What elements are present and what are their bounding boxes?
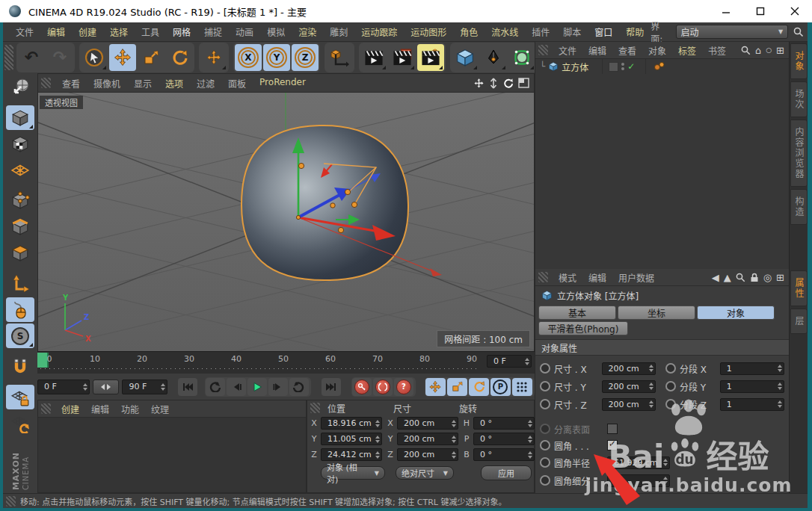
timeline-ruler[interactable]: 0102030405060708090 0 F	[37, 351, 535, 374]
size-field[interactable]: 200 cm	[602, 398, 656, 411]
end-frame-field[interactable]: 90 F	[122, 380, 167, 394]
toolbar-grip[interactable]	[4, 45, 13, 70]
spinner[interactable]	[649, 383, 653, 390]
play-button[interactable]	[247, 378, 267, 396]
menu-item[interactable]: 书签	[702, 44, 732, 57]
spinner[interactable]	[161, 383, 165, 391]
autokey-button[interactable]	[373, 378, 393, 396]
menu-item[interactable]: 角色	[453, 25, 485, 38]
workplane-mode-button[interactable]	[6, 158, 34, 182]
menu-item[interactable]: 流水线	[485, 25, 525, 38]
add-panel-icon[interactable]: ⊞	[776, 45, 784, 56]
render-settings-button[interactable]	[417, 44, 444, 71]
search-icon[interactable]	[793, 27, 803, 37]
texture-mode-button[interactable]	[6, 131, 34, 156]
segments-field[interactable]: 1	[720, 398, 784, 411]
spinner[interactable]	[663, 459, 668, 466]
add-cube-button[interactable]	[452, 44, 479, 71]
menu-item[interactable]: 过滤	[190, 77, 221, 90]
tab-phong[interactable]: 平滑着色(Phong)	[538, 321, 628, 335]
panel-grip[interactable]	[6, 496, 16, 507]
side-tab[interactable]: 场次	[790, 81, 808, 117]
rotation-field[interactable]: 0 °	[473, 417, 535, 430]
menu-item[interactable]: 雕刻	[323, 25, 354, 38]
key-scale-toggle[interactable]	[447, 378, 467, 396]
key-position-toggle[interactable]	[425, 378, 446, 396]
side-tab[interactable]: 对象	[790, 43, 808, 79]
panel-grip[interactable]	[538, 45, 548, 55]
layer-swatch[interactable]	[609, 62, 618, 72]
position-field[interactable]: 24.412 cm	[321, 448, 382, 461]
size-field[interactable]: 200 cm	[602, 380, 656, 393]
menu-item[interactable]: 帮助	[619, 25, 650, 38]
coordinate-mode-dropdown[interactable]: 对象 (相对)▼	[321, 466, 385, 480]
position-field[interactable]: 18.916 cm	[321, 417, 382, 430]
coordinate-system-button[interactable]	[326, 44, 353, 71]
spinner[interactable]	[452, 420, 456, 427]
key-pla-toggle[interactable]	[512, 378, 532, 396]
menu-item[interactable]: 面板	[221, 77, 253, 90]
key-parameter-toggle[interactable]: P	[490, 378, 511, 396]
menu-item[interactable]: 创建	[72, 25, 103, 38]
range-widget[interactable]	[93, 380, 120, 394]
menu-item[interactable]: 编辑	[582, 271, 612, 284]
spinner[interactable]	[452, 436, 456, 443]
workplane-rotate-button[interactable]	[6, 411, 34, 436]
menu-item[interactable]: 网格	[166, 25, 197, 38]
menu-item[interactable]: 运动图形	[404, 25, 453, 38]
menu-item[interactable]: 标签	[672, 44, 702, 57]
menu-item[interactable]: 纹理	[145, 403, 175, 415]
axis-lock-button[interactable]: Z	[292, 44, 319, 71]
keyframe-radio[interactable]	[540, 363, 550, 374]
spinner[interactable]	[663, 477, 668, 484]
spinner[interactable]	[528, 420, 532, 427]
menu-item[interactable]: 编辑	[85, 403, 115, 415]
current-frame-field[interactable]: 0 F	[37, 380, 90, 394]
menu-item[interactable]: 摄像机	[87, 77, 127, 90]
lock-icon[interactable]	[750, 273, 759, 282]
size-field[interactable]: 200 cm	[397, 417, 458, 430]
render-view-button[interactable]	[360, 44, 387, 71]
segments-field[interactable]: 1	[720, 380, 784, 393]
goto-end-button[interactable]	[322, 378, 341, 396]
panel-grip[interactable]	[41, 403, 51, 414]
up-icon[interactable]: ▲	[724, 272, 731, 283]
keyframe-radio[interactable]	[540, 381, 550, 391]
size-field[interactable]: 200 cm	[397, 433, 458, 445]
spinner[interactable]	[83, 383, 87, 391]
menu-item[interactable]: 渲染	[292, 25, 323, 38]
viewport-solo-button[interactable]	[6, 297, 34, 322]
redo-button[interactable]: ↷	[46, 44, 73, 71]
side-tab[interactable]: 构造	[790, 189, 808, 225]
visibility-dots[interactable]	[621, 63, 624, 70]
workplane-lock-button[interactable]	[6, 385, 34, 409]
keyframe-radio[interactable]	[540, 457, 550, 468]
snap-magnet-button[interactable]	[6, 354, 34, 379]
live-selection-button[interactable]	[81, 44, 108, 71]
keyframe-radio[interactable]	[540, 475, 550, 486]
menu-item[interactable]: 捕捉	[197, 25, 229, 38]
menu-item[interactable]: 功能	[115, 403, 145, 415]
menu-item[interactable]: 工具	[135, 25, 166, 38]
ruler-frame-field[interactable]: 0 F	[487, 355, 532, 368]
menu-item[interactable]: 模式	[553, 271, 582, 284]
attribute-tab[interactable]: 对象	[697, 306, 775, 320]
side-tab[interactable]: 属性	[790, 270, 808, 306]
menu-item[interactable]: 插件	[525, 25, 556, 38]
rotate-tool-button[interactable]	[166, 44, 193, 71]
subdivision-surface-button[interactable]	[508, 44, 535, 71]
viewport-scene[interactable]: Y Z X	[38, 93, 534, 351]
menu-item[interactable]: 创建	[55, 403, 85, 415]
menu-item[interactable]: 窗口	[588, 25, 619, 38]
edges-mode-button[interactable]	[6, 214, 34, 239]
menu-item[interactable]: 对象	[642, 44, 672, 57]
keyframe-radio[interactable]	[665, 363, 676, 374]
axis-lock-button[interactable]: X	[235, 44, 262, 71]
next-frame-button[interactable]	[268, 378, 288, 396]
prev-key-button[interactable]	[206, 378, 225, 396]
interface-dropdown[interactable]: 启动 ▼	[676, 25, 789, 39]
spinner[interactable]	[778, 365, 782, 372]
object-name[interactable]: 立方体	[562, 61, 588, 73]
menu-item[interactable]: 查看	[612, 44, 642, 57]
axis-lock-button[interactable]: Y	[263, 44, 290, 71]
